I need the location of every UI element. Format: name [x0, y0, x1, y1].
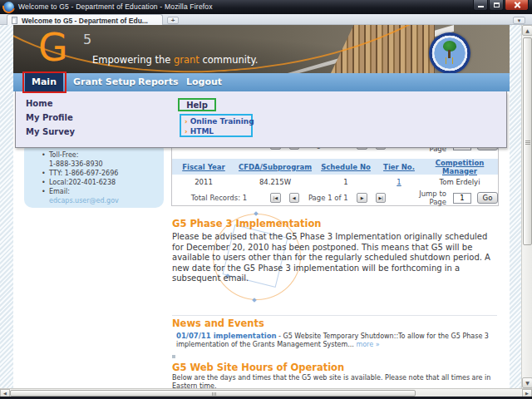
page-icon [12, 17, 17, 24]
site-banner: G 5 Empowering the grant community. [13, 25, 510, 73]
nav-reports[interactable]: Reports [131, 73, 185, 91]
jump-page-input[interactable] [453, 193, 471, 204]
thumb-grip-icon [525, 140, 530, 141]
cell-cfda: 84.215W [235, 178, 315, 186]
news-item: 01/07/11 implementation - G5 Website Tem… [176, 332, 495, 348]
col-cfda[interactable]: CFDA/Subprogram [235, 163, 315, 171]
bullet-icon: • [42, 178, 46, 187]
dept-education-seal [429, 32, 470, 73]
scroll-up-button[interactable]: ▲ [522, 25, 532, 36]
bullet-icon: • [42, 150, 46, 160]
tagline-post: community. [200, 54, 259, 66]
tagline-accent: grant [174, 54, 200, 66]
vertical-scroll-thumb[interactable] [523, 37, 532, 245]
cell-fiscal-year: 2011 [172, 178, 235, 186]
menu-item-home[interactable]: Home [26, 99, 52, 110]
browser-viewport: G 5 Empowering the grant community. Main… [0, 25, 532, 388]
jump-to-page-label: Jump to Page [400, 190, 446, 206]
page-indicator: Page 1 of 1 [303, 194, 352, 202]
email-link[interactable]: edcaps.user@ed.gov [49, 197, 119, 204]
col-schedule-no[interactable]: Schedule No [315, 163, 377, 171]
firefox-icon [3, 2, 14, 12]
watermark-dot [252, 298, 257, 303]
submenu-html[interactable]: ›HTML [185, 126, 251, 136]
tagline: Empowering the grant community. [92, 54, 258, 66]
col-tier-no[interactable]: Tier No. [377, 163, 421, 171]
window-title: Welcome to G5 - Department of Education … [18, 2, 213, 11]
contact-email-label: •Email: [49, 187, 159, 196]
pager-bottom: Total Records: 1 |◀ ◀ Page 1 of 1 ▶ ▶| J… [172, 190, 498, 206]
tier-link[interactable]: 1 [397, 178, 401, 186]
cell-schedule-no: 1 [315, 178, 377, 186]
thumb-grip-icon [212, 392, 213, 396]
maximize-icon [494, 2, 500, 7]
contact-email-link: edcaps.user@ed.gov [49, 196, 159, 205]
next-page-button[interactable]: ▶ [357, 193, 367, 203]
section-divider [172, 315, 497, 316]
hours-title: G5 Web Site Hours of Operation [172, 362, 344, 373]
g5-logo-5: 5 [83, 32, 91, 47]
window-titlebar: Welcome to G5 - Department of Education … [0, 0, 532, 14]
contact-tollfree-label: •Toll-Free: [49, 150, 159, 160]
g5-logo-g: G [38, 28, 68, 66]
main-navbar: Main Grant Setup Reports Logout [13, 73, 510, 91]
menu-item-help[interactable]: Help [178, 98, 216, 111]
maximize-button[interactable] [489, 0, 504, 11]
first-page-button[interactable]: |◀ [270, 193, 281, 203]
tab-bar: Welcome to G5 - Department of Edu... + ▼ [0, 14, 532, 25]
arrow-icon: › [185, 117, 188, 126]
phase3-body: Please be advised that the G5 Phase 3 Im… [172, 232, 495, 284]
horizontal-scrollbar[interactable]: ◀ ▶ [0, 388, 532, 397]
total-records: Total Records: 1 [172, 194, 266, 202]
help-submenu: ›Online Training ›HTML [180, 114, 253, 137]
minimize-button[interactable] [473, 0, 488, 11]
grid-header-row: Fiscal Year CFDA/Subprogram Schedule No … [172, 159, 498, 175]
prev-page-button[interactable]: ◀ [289, 193, 300, 203]
cell-tier-no: 1 [377, 178, 421, 186]
news-title: News and Events [172, 318, 264, 329]
table-row: 2011 84.215W 1 1 Tom Erdelyi [172, 175, 498, 190]
submenu-online-training[interactable]: ›Online Training [185, 116, 251, 126]
vertical-scrollbar[interactable]: ▲ ▼ [521, 25, 532, 388]
nav-logout[interactable]: Logout [180, 73, 229, 91]
phase3-title: G5 Phase 3 Implementation [172, 218, 321, 229]
cell-manager: Tom Erdelyi [421, 178, 498, 186]
close-icon [515, 2, 521, 8]
scroll-down-button[interactable]: ▼ [522, 377, 532, 388]
go-button[interactable]: Go [477, 192, 498, 204]
contact-info-box: •Toll-Free: 1-888-336-8930 •TTY: 1-866-6… [24, 141, 164, 208]
list-tabs-button[interactable]: ▼ [513, 17, 525, 24]
bullet-icon: • [42, 169, 46, 178]
nav-main-label: Main [32, 76, 57, 87]
minimize-icon [478, 6, 484, 7]
col-competition-manager[interactable]: Competition Manager [421, 159, 498, 175]
news-date-link[interactable]: 01/07/11 implementation [176, 332, 277, 340]
contact-local: •Local:202-401-6238 [49, 178, 159, 187]
nav-main[interactable]: Main [25, 73, 63, 91]
arrow-icon: › [185, 127, 188, 135]
section-bullet-square [172, 355, 175, 358]
last-page-button[interactable]: ▶| [376, 193, 387, 203]
horizontal-scroll-thumb[interactable] [10, 390, 416, 397]
tab-title: Welcome to G5 - Department of Edu... [22, 17, 148, 25]
hours-body: Below are the days and times that the G5… [172, 374, 491, 388]
new-tab-button[interactable]: + [167, 17, 179, 24]
tagline-pre: Empowering the [92, 54, 174, 66]
close-button[interactable] [505, 0, 529, 11]
menu-item-my-survey[interactable]: My Survey [26, 127, 75, 138]
browser-tab[interactable]: Welcome to G5 - Department of Edu... [7, 14, 163, 25]
more-link[interactable]: more » [356, 341, 379, 348]
watermark-dot [254, 211, 259, 216]
menu-item-my-profile[interactable]: My Profile [26, 113, 73, 124]
col-fiscal-year[interactable]: Fiscal Year [172, 163, 235, 171]
g5-page: G 5 Empowering the grant community. Main… [13, 25, 510, 388]
contact-tollfree-number: 1-888-336-8930 [49, 160, 159, 169]
contact-tty: •TTY: 1-866-697-2696 [49, 169, 159, 178]
bullet-icon: • [42, 187, 46, 196]
main-dropdown-menu: Home My Profile My Survey Help ›Online T… [15, 91, 507, 148]
